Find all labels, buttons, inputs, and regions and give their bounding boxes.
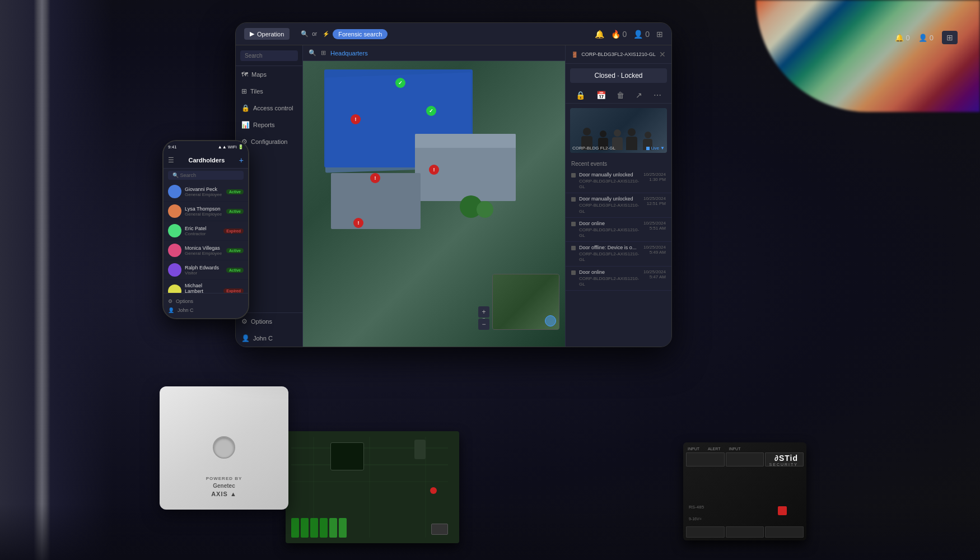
map-pin-green-2[interactable]: ✓ <box>426 106 436 116</box>
map-header: 🔍 ⊞ Headquarters <box>303 45 565 61</box>
avatar-3 <box>168 244 181 257</box>
input-label: INPUT <box>688 447 699 451</box>
zoom-out-button[interactable]: − <box>478 319 489 330</box>
connector-6 <box>339 518 347 538</box>
layers-menu-icon[interactable]: ⊞ <box>656 30 663 39</box>
cardholder-item-4[interactable]: Ralph Edwards Visitor Active <box>164 260 248 280</box>
sidebar-item-reports[interactable]: 📊 Reports <box>236 116 302 133</box>
connector-4 <box>320 518 328 538</box>
users-icon: 👤 <box>918 34 927 42</box>
zoom-in-button[interactable]: + <box>478 306 489 318</box>
event-text-4: Door offline: Device is o... CORP-BLDG3F… <box>579 245 640 263</box>
search-icon: 🔍 <box>301 30 309 38</box>
event-item-2: Door manually unlocked CORP-BLDG3FL2-AXI… <box>566 193 671 217</box>
users-count: 0 <box>930 34 934 42</box>
reader-branding: POWERED BY Genetec AXIS ▲ <box>206 475 242 498</box>
sidebar-item-maps[interactable]: 🗺 Maps <box>236 66 302 83</box>
cardholder-item-0[interactable]: Giovanni Peck General Employee Active <box>164 182 248 202</box>
calendar-action-icon[interactable]: 📅 <box>596 91 606 100</box>
sidebar-item-tiles[interactable]: ⊞ Tiles <box>236 83 302 100</box>
phone-add-icon[interactable]: + <box>239 156 244 165</box>
stid-sub-label: SECURITY <box>769 463 798 466</box>
cardholder-role-2: Contractor <box>185 231 220 236</box>
led-indicator <box>430 487 437 494</box>
event-subtitle-1: CORP-BLDG3FL2-AXIS1210-GL <box>579 179 640 190</box>
cardholder-status-0: Active <box>226 189 244 194</box>
sidebar-bottom: ⚙ Options 👤 John C <box>236 312 302 347</box>
reports-label: Reports <box>253 122 275 128</box>
phone-title: Cardholders <box>189 157 225 164</box>
avatar-0 <box>168 185 181 198</box>
event-time-2: 10/25/2024 12:51 PM <box>643 196 666 206</box>
live-indicator[interactable]: Live ▼ <box>646 146 665 151</box>
configuration-label: Configuration <box>251 138 287 145</box>
map-background[interactable]: ✓ ✓ ! ! ! ! 👁 + − <box>303 61 565 347</box>
phone-user-item[interactable]: 👤 John C <box>168 306 244 315</box>
tiles-icon: ⊞ <box>241 87 247 95</box>
sidebar-item-access-control[interactable]: 🔒 Access control <box>236 100 302 116</box>
terminal-b1 <box>686 526 725 538</box>
door-actions-bar: 🔒 📅 🗑 ↗ ⋯ <box>566 87 671 104</box>
event-title-4: Door offline: Device is o... <box>579 245 640 251</box>
phone-options-item[interactable]: ⚙ Options <box>168 297 244 306</box>
live-label: Live <box>651 146 659 151</box>
cardholder-name-1: Lysa Thompson <box>185 206 223 212</box>
cardholder-status-4: Active <box>226 268 244 273</box>
phone-options-icon: ⚙ <box>168 298 172 304</box>
reader-panel-container: POWERED BY Genetec AXIS ▲ <box>160 398 294 526</box>
door-status-text: Closed · Locked <box>594 72 642 80</box>
antenna-connector <box>414 440 426 459</box>
event-subtitle-2: CORP-BLDG3FL2-AXIS1210-GL <box>579 203 640 214</box>
cardholder-info-5: Michael Lambert Contractor <box>185 283 220 293</box>
notifications-icon[interactable]: 🔔 <box>595 30 604 39</box>
main-monitor: ▶ Operation 🔍 or ⚡ Forensic search 🔔 🔥 0… <box>235 22 672 347</box>
cardholder-name-0: Giovanni Peck <box>185 186 223 192</box>
cardholder-name-4: Ralph Edwards <box>185 265 223 270</box>
person-icon[interactable]: 👤 0 <box>633 30 650 39</box>
phone-menu-icon[interactable]: ☰ <box>168 156 174 164</box>
sidebar-search-input[interactable] <box>240 50 298 61</box>
sidebar-item-user[interactable]: 👤 John C <box>236 330 302 347</box>
terminal-blocks-bottom <box>686 526 804 538</box>
event-item-3: Door online CORP-BLDG3FL2-AXIS1210-GL 10… <box>566 218 671 242</box>
operation-icon: ▶ <box>250 30 254 38</box>
phone-options-label: Options <box>176 298 193 304</box>
event-subtitle-5: CORP-BLDG3FL2-AXIS1210-GL <box>579 276 640 288</box>
door-detail-panel: 🚪 CORP-BLDG3FL2-AXIS1210-GL ✕ Closed · L… <box>565 45 671 347</box>
event-text-5: Door online CORP-BLDG3FL2-AXIS1210-GL <box>579 269 640 287</box>
lock-action-icon[interactable]: 🔒 <box>576 91 585 100</box>
camera-label-text: CORP-BLDG FL2-GL <box>572 146 615 151</box>
map-pin-green-1[interactable]: ✓ <box>395 78 405 88</box>
phone-cardholder-list: Giovanni Peck General Employee Active Ly… <box>164 182 248 293</box>
cardholder-item-5[interactable]: Michael Lambert Contractor Expired <box>164 280 248 293</box>
tab-operation[interactable]: ▶ Operation <box>244 28 290 40</box>
cardholder-item-1[interactable]: Lysa Thompson General Employee Active <box>164 202 248 221</box>
event-icon-2 <box>571 197 576 202</box>
share-action-icon[interactable]: ↗ <box>636 91 642 100</box>
sidebar-item-options[interactable]: ⚙ Options <box>236 313 302 330</box>
cardholder-role-1: General Employee <box>185 212 223 217</box>
forensic-search-badge[interactable]: Forensic search <box>333 29 388 39</box>
map-pin-red-1[interactable]: ! <box>351 114 361 124</box>
map-pin-red-3[interactable]: ! <box>370 173 380 183</box>
map-pin-red-4[interactable]: ! <box>353 218 363 228</box>
cardholder-item-2[interactable]: Eric Patel Contractor Expired <box>164 221 248 241</box>
cardholder-item-3[interactable]: Monica Villegas General Employee Active <box>164 241 248 260</box>
phone-search-bar[interactable]: 🔍 Search <box>168 171 244 180</box>
event-item-5: Door online CORP-BLDG3FL2-AXIS1210-GL 10… <box>566 267 671 291</box>
layers-button[interactable]: ⊞ <box>942 31 958 44</box>
cardholder-role-3: General Employee <box>185 251 223 256</box>
more-action-icon[interactable]: ⋯ <box>654 91 661 100</box>
phone-status-bar: 9:41 ▲▲ WiFi 🔋 <box>164 141 248 152</box>
door-panel-close-button[interactable]: ✕ <box>659 50 666 59</box>
reader-sensor <box>213 436 235 459</box>
event-icon-5 <box>571 270 576 275</box>
door-panel-header: 🚪 CORP-BLDG3FL2-AXIS1210-GL ✕ <box>566 45 671 64</box>
map-pin-red-2[interactable]: ! <box>429 165 439 175</box>
cardholder-status-3: Active <box>226 248 244 253</box>
cardholder-info-2: Eric Patel Contractor <box>185 226 220 236</box>
avatar-5 <box>168 284 181 293</box>
stid-device-container: INPUT ALERT INPUT ∂STid SECURITY RS-485 … <box>683 442 806 540</box>
delete-action-icon[interactable]: 🗑 <box>617 91 624 100</box>
fire-icon[interactable]: 🔥 0 <box>611 30 627 39</box>
